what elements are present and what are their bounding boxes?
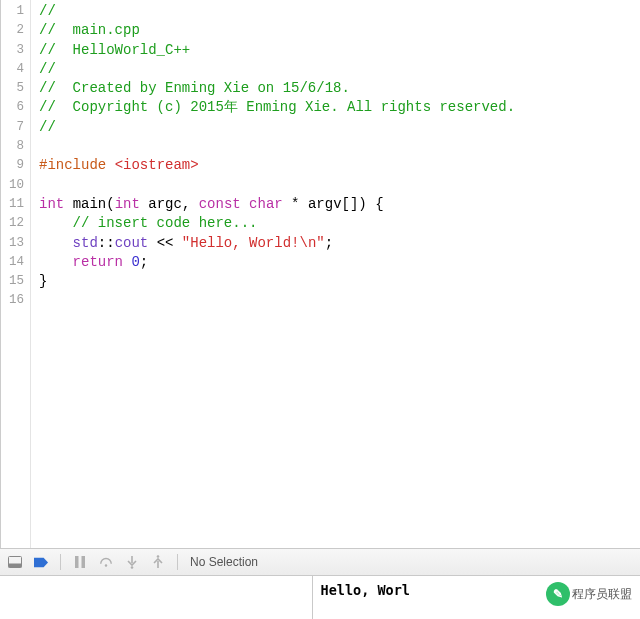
svg-rect-3 [82,556,86,568]
svg-rect-2 [75,556,79,568]
code-line[interactable]: std::cout << "Hello, World!\n"; [39,234,640,253]
svg-point-5 [131,566,134,569]
console-output-text: Hello, Worl [321,582,410,598]
code-area: 12345678910111213141516 //// main.cpp// … [0,0,640,548]
line-number[interactable]: 8 [1,137,24,156]
step-over-icon[interactable] [99,555,113,569]
code-line[interactable] [39,137,640,156]
code-line[interactable]: // HelloWorld_C++ [39,41,640,60]
jump-bar[interactable]: No Selection [190,555,258,569]
separator [177,554,178,570]
code-line[interactable]: return 0; [39,253,640,272]
line-number[interactable]: 9 [1,156,24,175]
step-out-icon[interactable] [151,555,165,569]
step-into-icon[interactable] [125,555,139,569]
code-line[interactable]: // [39,118,640,137]
line-number[interactable]: 3 [1,41,24,60]
console-output-view[interactable]: Hello, Worl ✎ 程序员联盟 [313,576,641,619]
line-number[interactable]: 12 [1,214,24,233]
separator [60,554,61,570]
xcode-editor: 12345678910111213141516 //// main.cpp// … [0,0,640,619]
svg-point-6 [157,555,160,558]
code-line[interactable]: #include <iostream> [39,156,640,175]
code-line[interactable] [39,291,640,310]
code-line[interactable]: // [39,2,640,21]
console-area: Hello, Worl ✎ 程序员联盟 [0,576,640,619]
code-line[interactable]: } [39,272,640,291]
watermark-label: 程序员联盟 [572,586,632,603]
variables-view[interactable] [0,576,313,619]
breakpoints-icon[interactable] [34,555,48,569]
code-line[interactable]: // Copyright (c) 2015年 Enming Xie. All r… [39,98,640,117]
line-number[interactable]: 15 [1,272,24,291]
line-number[interactable]: 2 [1,21,24,40]
code-line[interactable] [39,176,640,195]
watermark-avatar-icon: ✎ [546,582,570,606]
line-number[interactable]: 14 [1,253,24,272]
code-line[interactable]: // [39,60,640,79]
line-number[interactable]: 16 [1,291,24,310]
hide-debug-icon[interactable] [8,555,22,569]
debug-toolbar: No Selection [0,548,640,576]
line-number[interactable]: 5 [1,79,24,98]
line-number[interactable]: 7 [1,118,24,137]
watermark: ✎ 程序员联盟 [546,582,632,606]
code-line[interactable]: // main.cpp [39,21,640,40]
svg-rect-1 [9,564,22,568]
line-number[interactable]: 13 [1,234,24,253]
line-number[interactable]: 10 [1,176,24,195]
line-number[interactable]: 6 [1,98,24,117]
code-line[interactable]: // Created by Enming Xie on 15/6/18. [39,79,640,98]
code-line[interactable]: // insert code here... [39,214,640,233]
line-gutter[interactable]: 12345678910111213141516 [1,0,31,548]
pause-icon[interactable] [73,555,87,569]
line-number[interactable]: 11 [1,195,24,214]
line-number[interactable]: 1 [1,2,24,21]
code-line[interactable]: int main(int argc, const char * argv[]) … [39,195,640,214]
svg-point-4 [105,564,107,566]
code-text[interactable]: //// main.cpp// HelloWorld_C++//// Creat… [31,0,640,548]
line-number[interactable]: 4 [1,60,24,79]
